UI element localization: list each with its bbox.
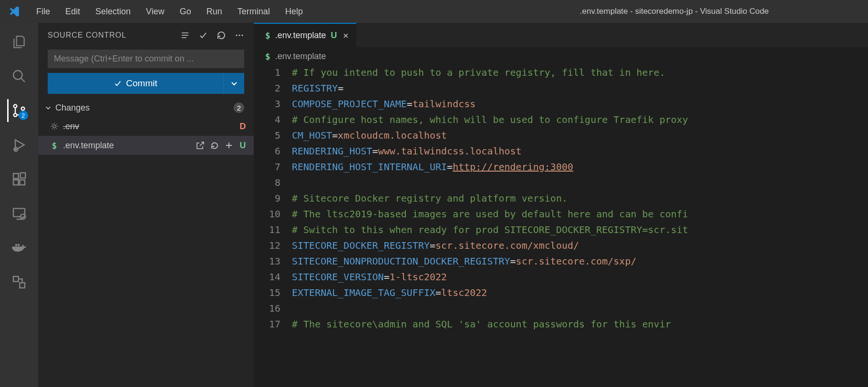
ports-activity-icon[interactable] [7,271,30,294]
search-activity-icon[interactable] [7,65,30,88]
refresh-icon[interactable] [217,31,226,40]
svg-rect-15 [15,244,17,246]
menu-go[interactable]: Go [172,0,199,23]
view-as-tree-icon[interactable] [180,31,190,40]
commit-check-icon[interactable] [198,31,208,40]
svg-point-22 [53,125,56,128]
menu-edit[interactable]: Edit [58,0,88,23]
titlebar: FileEditSelectionViewGoRunTerminalHelp .… [0,0,868,23]
scm-activity-icon[interactable]: 2 [7,99,30,122]
svg-rect-5 [13,173,19,179]
changes-count-badge: 2 [234,102,244,113]
file-type-icon: $ [49,141,60,151]
run-debug-activity-icon[interactable] [7,133,30,156]
svg-point-3 [21,107,25,111]
scm-file-row[interactable]: $.env.templateU [38,136,254,155]
svg-point-1 [14,104,17,108]
line-number-gutter: 1234567891011121314151617 [254,65,292,387]
svg-rect-18 [20,283,25,288]
stage-icon[interactable] [224,141,234,150]
svg-rect-17 [13,276,19,282]
extensions-activity-icon[interactable] [7,168,30,191]
file-name: .env [63,122,238,132]
sidebar-header: SOURCE CONTROL [38,23,254,48]
svg-point-19 [236,34,237,36]
commit-message-input[interactable] [48,50,244,68]
dollar-file-icon: $ [265,51,270,61]
commit-split-button[interactable] [223,73,244,94]
scm-badge: 2 [19,111,28,120]
menu-selection[interactable]: Selection [88,0,138,23]
menu-terminal[interactable]: Terminal [230,0,278,23]
more-icon[interactable] [235,31,244,40]
dollar-file-icon: $ [265,31,270,41]
explorer-activity-icon[interactable] [7,31,30,53]
vscode-logo-icon [8,5,21,18]
commit-button[interactable]: Commit [48,73,244,94]
file-status: D [238,122,247,132]
remote-activity-icon[interactable] [7,202,30,225]
editor-area: $ .env.template U $ .env.template 123456… [254,23,868,387]
svg-point-20 [238,34,240,36]
changes-section-header[interactable]: Changes 2 [38,99,254,117]
close-tab-icon[interactable] [342,32,350,40]
svg-rect-16 [18,244,20,246]
commit-button-label: Commit [126,78,157,89]
docker-activity-icon[interactable] [7,236,30,259]
window-title: .env.template - sitecoredemo-jp - Visual… [580,7,864,16]
breadcrumb[interactable]: $ .env.template [254,48,868,65]
changes-label: Changes [55,103,90,113]
svg-point-0 [13,71,22,80]
menu-help[interactable]: Help [278,0,310,23]
menu-bar: FileEditSelectionViewGoRunTerminalHelp [29,0,310,23]
source-control-sidebar: SOURCE CONTROL Commit Chan [38,23,254,387]
svg-point-2 [14,113,17,117]
chevron-down-icon [45,104,52,111]
tab-label: .env.template [275,31,326,41]
file-type-icon [49,122,60,131]
discard-icon[interactable] [210,141,219,150]
scm-file-row[interactable]: .envD [38,117,254,136]
svg-rect-6 [13,180,19,185]
menu-file[interactable]: File [29,0,58,23]
file-status: U [238,141,247,151]
code-content[interactable]: # If you intend to push to a private reg… [292,65,868,387]
breadcrumb-label: .env.template [275,51,326,61]
tab-status: U [331,31,337,41]
editor-tabs: $ .env.template U [254,23,868,48]
menu-run[interactable]: Run [199,0,230,23]
menu-view[interactable]: View [138,0,172,23]
file-name: .env.template [63,141,196,151]
svg-point-21 [241,34,243,36]
svg-rect-8 [21,173,26,178]
editor-body[interactable]: 1234567891011121314151617 # If you inten… [254,65,868,387]
activity-bar: 2 [0,23,38,387]
tab-env-template[interactable]: $ .env.template U [254,23,356,47]
svg-rect-7 [20,180,25,185]
sidebar-title: SOURCE CONTROL [48,31,180,40]
open-file-icon[interactable] [196,141,205,150]
